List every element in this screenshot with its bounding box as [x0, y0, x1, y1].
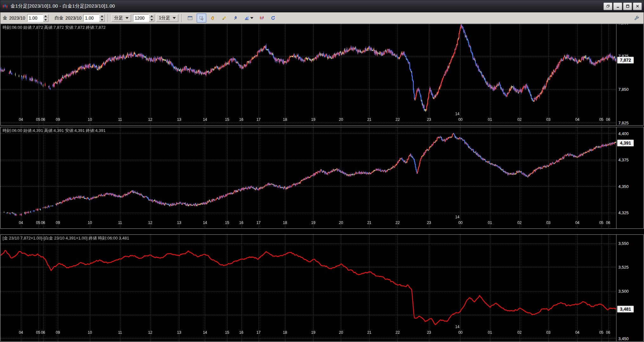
price-tick-label: 4,375	[618, 158, 629, 162]
wrench-icon	[634, 15, 639, 21]
candle-chart-icon	[259, 16, 264, 21]
last-price-badge: 3,481	[617, 306, 634, 313]
pan-tool-button[interactable]	[208, 14, 218, 22]
gold-chart-panel: 時刻:06:00 始値:7,872 高値:7,872 安値:7,872 終値:7…	[0, 24, 644, 126]
platinum-multiplier-input[interactable]	[83, 14, 99, 22]
pencil-draw-icon	[222, 16, 227, 21]
reload-button[interactable]	[268, 14, 278, 22]
bar-type-dropdown[interactable]: 分足	[112, 14, 131, 22]
table-icon	[188, 16, 193, 21]
bar-count-up-button[interactable]	[149, 14, 154, 18]
spread-chart-canvas[interactable]	[1, 235, 616, 341]
platinum-price-axis: 4,4004,3754,3504,3254,391	[616, 127, 643, 228]
bar-count-down-button[interactable]	[149, 18, 154, 22]
interval-dropdown[interactable]: 1分足	[156, 14, 178, 22]
interval-label: 1分足	[159, 15, 170, 21]
price-tick-label: 7,850	[618, 87, 629, 92]
window-title: 金1分足[2023/10]1.00 - 白金1分足[2023/10]1.00	[10, 3, 115, 9]
toolbar-separator	[182, 14, 182, 22]
gold-price-axis: 7,9007,8757,8507,8257,872	[616, 24, 643, 125]
minimize-button[interactable]	[613, 3, 622, 10]
toolbar: 金 2023/10 白金 2023/10 分足 1分足	[0, 12, 644, 24]
price-tick-label: 4,350	[618, 184, 629, 189]
pen-draw-button[interactable]	[231, 14, 240, 22]
gold-chart-canvas[interactable]	[1, 24, 616, 125]
app-icon	[2, 3, 8, 9]
panel-divider[interactable]	[0, 229, 644, 234]
gold-label: 金	[3, 15, 7, 21]
pan-hand-icon	[210, 16, 215, 21]
price-tick-label: 3,500	[618, 289, 629, 293]
spread-chart-panel: [金 23/10 7,872×1.00]-[白金 23/10 4,391×1.0…	[0, 234, 644, 342]
price-tick-label: 3,450	[618, 336, 629, 341]
pen-draw-icon	[233, 16, 238, 21]
candle-chart-button[interactable]	[257, 14, 266, 22]
table-view-button[interactable]	[185, 14, 195, 22]
chevron-down-icon	[173, 17, 176, 19]
app-window: 金1分足[2023/10]1.00 - 白金1分足[2023/10]1.00 金…	[0, 0, 644, 342]
price-tick-label: 4,325	[618, 210, 629, 215]
price-tick-label: 3,550	[618, 241, 629, 246]
spread-chart-plot[interactable]: [金 23/10 7,872×1.00]-[白金 23/10 4,391×1.0…	[1, 235, 616, 341]
chevron-down-icon	[125, 17, 129, 19]
reload-icon	[271, 16, 276, 21]
platinum-chart-canvas[interactable]	[1, 127, 616, 228]
pencil-draw-button[interactable]	[220, 14, 229, 22]
gold-multiplier-stepper	[27, 14, 48, 22]
chart-type-button[interactable]	[242, 14, 255, 22]
bar-chart-icon	[244, 16, 249, 21]
gold-multiplier-down-button[interactable]	[43, 18, 48, 22]
platinum-month-label: 2023/10	[66, 16, 82, 21]
last-price-badge: 4,391	[617, 140, 634, 146]
gold-multiplier-input[interactable]	[27, 14, 43, 22]
price-tick-label: 3,525	[618, 265, 629, 270]
title-bar: 金1分足[2023/10]1.00 - 白金1分足[2023/10]1.00	[0, 0, 644, 12]
platinum-chart-plot[interactable]: 時刻:06:00 始値:4,391 高値:4,391 安値:4,391 終値:4…	[1, 127, 616, 228]
bar-count-input[interactable]	[133, 14, 149, 22]
last-price-badge: 7,872	[617, 57, 634, 64]
platinum-multiplier-stepper	[83, 14, 105, 22]
gold-month-label: 2023/10	[9, 16, 25, 21]
platinum-multiplier-down-button[interactable]	[99, 18, 105, 22]
spread-price-axis: 3,5503,5253,5003,4503,481	[616, 235, 643, 341]
platinum-multiplier-up-button[interactable]	[99, 14, 105, 18]
settings-button[interactable]	[632, 14, 641, 22]
select-tool-icon	[199, 16, 204, 21]
price-tick-label: 7,900	[618, 24, 629, 25]
bar-count-stepper	[133, 14, 154, 22]
bar-type-label: 分足	[114, 15, 123, 21]
platinum-chart-panel: 時刻:06:00 始値:4,391 高値:4,391 安値:4,391 終値:4…	[0, 127, 644, 229]
chevron-down-icon	[250, 17, 253, 19]
float-window-button[interactable]	[603, 3, 612, 10]
window-controls	[603, 3, 642, 10]
price-tick-label: 4,400	[618, 131, 629, 136]
gold-chart-plot[interactable]: 時刻:06:00 始値:7,872 高値:7,872 安値:7,872 終値:7…	[1, 24, 616, 125]
close-button[interactable]	[633, 3, 642, 10]
platinum-label: 白金	[55, 15, 64, 21]
toolbar-separator	[108, 14, 108, 22]
select-tool-button[interactable]	[197, 14, 206, 22]
price-tick-label: 7,825	[618, 120, 629, 125]
gold-multiplier-up-button[interactable]	[43, 14, 48, 18]
charts-area: 時刻:06:00 始値:7,872 高値:7,872 安値:7,872 終値:7…	[0, 24, 644, 342]
maximize-button[interactable]	[623, 3, 632, 10]
